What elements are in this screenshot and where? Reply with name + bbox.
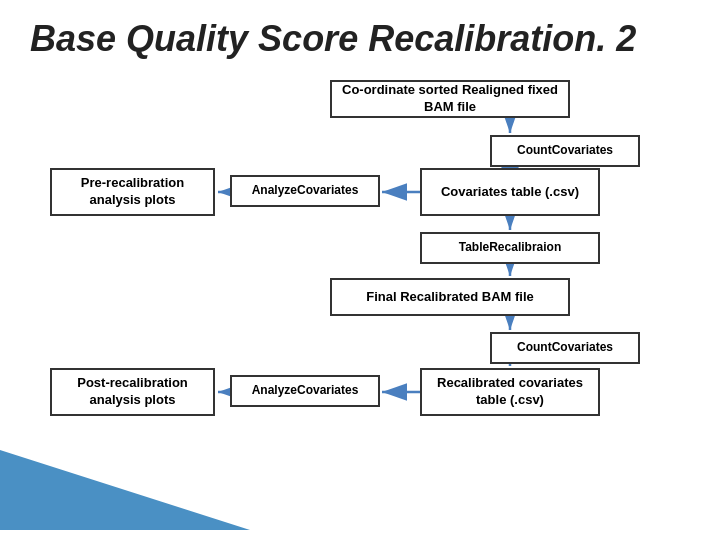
diagram: Co-ordinate sorted Realigned fixed BAM f… (0, 70, 720, 530)
pre-recalibration-box: Pre-recalibration analysis plots (50, 168, 215, 216)
top-bam-box: Co-ordinate sorted Realigned fixed BAM f… (330, 80, 570, 118)
analyze-covariates-1-box: AnalyzeCovariates (230, 175, 380, 207)
decorative-triangle (0, 450, 250, 530)
title: Base Quality Score Recalibration. 2 (0, 0, 720, 70)
post-recalibration-box: Post-recalibration analysis plots (50, 368, 215, 416)
analyze-covariates-2-box: AnalyzeCovariates (230, 375, 380, 407)
count-covariates-2-box: CountCovariates (490, 332, 640, 364)
recalibrated-covariates-table-box: Recalibrated covariates table (.csv) (420, 368, 600, 416)
count-covariates-1-box: CountCovariates (490, 135, 640, 167)
table-recalibration-box: TableRecalibraion (420, 232, 600, 264)
final-bam-box: Final Recalibrated BAM file (330, 278, 570, 316)
covariates-table-box: Covariates table (.csv) (420, 168, 600, 216)
